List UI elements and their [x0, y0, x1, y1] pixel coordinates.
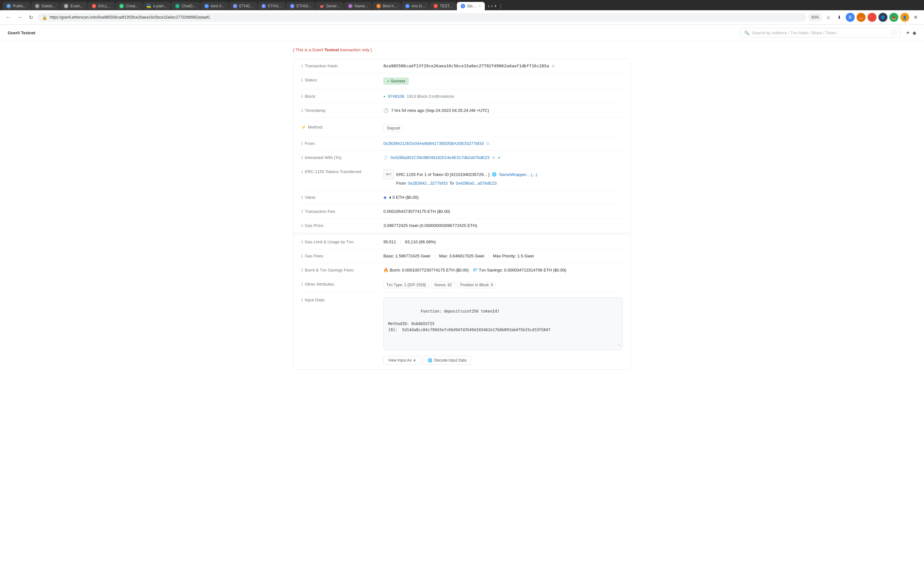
tab-menu-icon[interactable]: ⋮ — [498, 3, 503, 9]
tab-icon-name: N — [348, 4, 352, 8]
tab-github[interactable]: 🐙 Gener... — [316, 2, 344, 10]
theme-toggle-icon[interactable]: ✦ — [906, 30, 910, 36]
from-address-link[interactable]: 0x2B384212EDc04Ae8bB41738D05BA20E33277bf… — [383, 141, 484, 146]
tab-ethgl[interactable]: E ETHGl... — [286, 2, 315, 10]
tx-from-label: ℹ From: — [301, 141, 378, 146]
tab-best-h[interactable]: C Best h... — [373, 2, 401, 10]
tab-name[interactable]: N Name... — [344, 2, 372, 10]
download-icon[interactable]: ⬇ — [835, 13, 844, 22]
input-data-row: ℹ Input Data: Function: deposit(uint256 … — [301, 293, 623, 369]
erc1155-line1: NFT ERC-1155 For 1 of Token ID [42101940… — [383, 169, 537, 179]
erc1155-from-link[interactable]: 0x2B3842...3277bf33 — [408, 181, 447, 185]
tab-test[interactable]: T TEST... — [430, 2, 456, 10]
tab-icon-chatgpt: C — [175, 4, 180, 8]
tab-icon-create: C — [120, 4, 124, 8]
tx-method-value: Deposit — [383, 125, 623, 132]
block-number-link[interactable]: 9749108 — [388, 94, 404, 99]
bookmark-icon[interactable]: ☆ — [824, 13, 833, 22]
tx-hash-row: ℹ Transaction Hash: 0xa985506cadf13f29ce… — [301, 59, 623, 73]
tab-close-icon[interactable]: × — [479, 4, 481, 8]
input-data-box: Function: deposit(uint256 tokenId) Metho… — [383, 298, 623, 350]
tab-prev-icon[interactable]: ‹ — [488, 3, 489, 9]
tab-label-ethgl: ETHGl... — [296, 4, 311, 8]
extension-icon-3[interactable]: 📥 — [889, 13, 898, 22]
tab-new-icon[interactable]: + — [494, 3, 497, 9]
search-bar[interactable]: 🔍 Search by Address / Txn Hash / Block /… — [740, 28, 901, 37]
spacer-row — [301, 118, 623, 120]
info-icon-burnt: ℹ — [301, 268, 303, 272]
tab-next-icon[interactable]: › — [491, 3, 493, 9]
tab-chatgpt[interactable]: C ChatG... — [171, 2, 200, 10]
copy-interacted-icon[interactable]: ⧉ — [492, 155, 495, 160]
browser-chrome: P Public... S Subdo... E Exam... D DALL.… — [0, 0, 924, 25]
eth-icon[interactable]: ◆ — [913, 30, 916, 36]
url-bar[interactable]: 🔒 https://goerli.etherscan.io/tx/0xa9855… — [37, 13, 806, 22]
menu-icon[interactable]: ≡ — [911, 13, 920, 22]
view-input-button[interactable]: View Input As ▾ — [383, 356, 420, 365]
position-badge: Position In Block: 9 — [457, 282, 496, 288]
tx-hash-label: ℹ Transaction Hash: — [301, 63, 378, 68]
tx-status-row: ℹ Status: ✔ Success — [301, 73, 623, 89]
copy-hash-icon[interactable]: ⧉ — [552, 64, 555, 68]
nft-contract-link[interactable]: NameWrapper... (...) — [499, 172, 537, 177]
tab-icon-best-h: C — [376, 4, 381, 8]
erc1155-to-link[interactable]: 0x4286a0...a57bdE23 — [456, 181, 497, 185]
tx-erc1155-row: ℹ ERC-1155 Tokens Transferred: NFT ERC-1… — [301, 165, 623, 190]
tab-dall[interactable]: D DALL... — [88, 2, 115, 10]
extension-icon-2[interactable]: 🔵 — [879, 13, 887, 22]
eth-diamond-icon: ◆ — [383, 195, 387, 200]
forward-button[interactable]: → — [15, 13, 24, 21]
tab-label-test: TEST... — [440, 4, 452, 8]
resize-handle-icon: ⤡ — [618, 342, 621, 348]
info-icon-status: ℹ — [301, 77, 303, 82]
shield-icon: 🔒 — [42, 15, 47, 20]
profile-g-icon[interactable]: G — [846, 13, 855, 22]
tab-ethg1[interactable]: E ETHG... — [229, 2, 257, 10]
reload-button[interactable]: ↻ — [27, 13, 35, 22]
tab-label-subdomain: Subdo... — [41, 4, 56, 8]
interacted-address-link[interactable]: 0x4286a001C39c9B048182014e4E317db2a57bdE… — [391, 155, 489, 160]
nonce-badge: Nonce: 62 — [431, 282, 455, 288]
extension-icon-1[interactable]: 🔴 — [867, 13, 877, 22]
decode-icon: 🌐 — [428, 358, 433, 363]
tab-label-ukraine: a pain... — [153, 4, 167, 8]
tab-subdomain[interactable]: S Subdo... — [31, 2, 60, 10]
tx-value-row: ℹ Value: ◆ ♦ 0 ETH ($0.00) — [301, 190, 623, 205]
back-button[interactable]: ← — [4, 13, 13, 21]
info-icon-timestamp: ℹ — [301, 108, 303, 113]
tab-ens[interactable]: G ens lo... — [401, 2, 429, 10]
info-icon-block: ℹ — [301, 94, 303, 99]
lightning-icon: ⚡ — [301, 125, 306, 129]
tx-method-label: ⚡ Method: — [301, 125, 378, 129]
tx-erc1155-value: NFT ERC-1155 For 1 of Token ID [42101940… — [383, 169, 623, 185]
tx-gas-price-value: 3.096772425 Gwei (0.000000003096772425 E… — [383, 223, 623, 228]
status-badge: ✔ Success — [383, 77, 409, 85]
tab-icon-ethg2: E — [262, 4, 266, 8]
site-logo: Goerli Testnet — [8, 31, 35, 35]
transaction-card: ℹ Transaction Hash: 0xa985506cadf13f29ce… — [293, 59, 631, 370]
user-circle-icon[interactable]: 👤 — [900, 13, 909, 22]
tab-ethg2[interactable]: E ETHG... — [258, 2, 286, 10]
tx-fee-label: ℹ Transaction Fee: — [301, 209, 378, 214]
burnt-savings-value: 🔥 Burnt: 0.00010077230774175 ETH ($0.00)… — [383, 268, 623, 272]
tab-public[interactable]: P Public... — [3, 2, 31, 10]
tx-status-label: ℹ Status: — [301, 77, 378, 82]
tx-timestamp-value: 🕐 7 hrs 54 mins ago (Sep-24-2023 04:25:2… — [383, 108, 623, 113]
tab-ukraine[interactable]: 🇺🇦 a pain... — [143, 2, 171, 10]
tab-goerli-active[interactable]: G Go... × — [457, 2, 485, 10]
copy-from-icon[interactable]: ⧉ — [486, 141, 489, 146]
tx-fee-value: 0.00019543730774175 ETH ($0.00) — [383, 209, 623, 214]
other-attributes-label: ℹ Other Attributes: — [301, 282, 378, 287]
tab-best[interactable]: G best #... — [200, 2, 228, 10]
tab-label-github: Gener... — [326, 4, 340, 8]
search-placeholder: Search by Address / Txn Hash / Block / T… — [752, 31, 837, 35]
info-icon-value: ℹ — [301, 195, 303, 200]
tab-example[interactable]: E Exam... — [60, 2, 87, 10]
decode-input-button[interactable]: 🌐 Decode Input Data — [423, 356, 471, 365]
tab-icon-public: P — [6, 4, 11, 8]
page-content: Goerli Testnet 🔍 Search by Address / Txn… — [0, 25, 924, 577]
info-icon-input: ℹ — [301, 298, 303, 302]
metamask-icon[interactable]: 🦊 — [857, 13, 866, 22]
tab-create[interactable]: C Creat... — [115, 2, 142, 10]
tx-interacted-label: ℹ Interacted With (To): — [301, 155, 378, 160]
